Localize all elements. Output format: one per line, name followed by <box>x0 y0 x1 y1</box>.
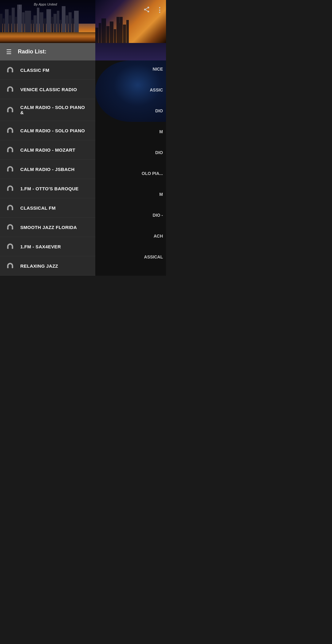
svg-rect-15 <box>7 170 8 171</box>
radio-list-item[interactable]: 1.FM - OTTO'S BAROQUE <box>0 179 95 198</box>
svg-rect-13 <box>7 150 8 152</box>
svg-rect-20 <box>12 208 13 210</box>
share-icon[interactable] <box>143 6 150 14</box>
radio-list-header: ☰ Radio List: <box>0 43 95 60</box>
station-name: RELAXING JAZZ <box>20 263 58 269</box>
radio-list-item[interactable]: CLASSICAL FM <box>0 198 95 218</box>
station-name: CALM RADIO - SOLO PIANO & <box>20 105 89 115</box>
headphone-icon <box>6 262 14 270</box>
right-panel-text: ASSICAL <box>144 254 163 259</box>
hero-banner: By Apps United ⋮ <box>0 0 166 43</box>
radio-list-title: Radio List: <box>18 48 46 55</box>
station-name: 1.FM - SAX4EVER <box>20 244 61 249</box>
right-panel-text: DIO - <box>153 213 163 218</box>
right-panel-text: NICE <box>153 67 163 72</box>
right-panel-text: M <box>159 192 163 197</box>
radio-list-item[interactable]: CLASSIC FM <box>0 60 95 80</box>
svg-rect-17 <box>7 189 8 191</box>
more-options-icon[interactable]: ⋮ <box>156 6 163 14</box>
radio-list-item[interactable]: 1.FM - SAX4EVER <box>0 237 95 256</box>
station-name: CLASSIC FM <box>20 68 49 73</box>
svg-rect-6 <box>12 71 13 72</box>
svg-rect-14 <box>12 150 13 152</box>
svg-line-4 <box>146 8 148 9</box>
svg-rect-7 <box>7 90 8 91</box>
station-name: CLASSICAL FM <box>20 205 56 211</box>
radio-list-item[interactable]: VENICE CLASSIC RADIO <box>0 80 95 99</box>
station-name: CALM RADIO - SOLO PIANO <box>20 128 85 133</box>
svg-rect-19 <box>7 208 8 210</box>
right-panel-text: OLO PIA... <box>142 171 163 176</box>
svg-rect-10 <box>12 111 13 112</box>
svg-point-1 <box>144 9 146 10</box>
station-name: SMOOTH JAZZ FLORIDA <box>20 225 77 230</box>
radio-list-item[interactable]: SMOOTH JAZZ FLORIDA <box>0 218 95 237</box>
svg-rect-11 <box>7 131 8 133</box>
radio-list-item[interactable]: CALM RADIO - MOZART <box>0 140 95 160</box>
radio-list-item[interactable]: CALM RADIO - JSBACH <box>0 160 95 179</box>
main-content: CLASSIC FM VENICE CLASSIC RADIO CALM RAD… <box>0 60 166 276</box>
svg-point-2 <box>148 11 149 12</box>
headphone-icon <box>6 106 14 114</box>
svg-rect-22 <box>12 228 13 229</box>
station-name: VENICE CLASSIC RADIO <box>20 87 77 92</box>
headphone-icon <box>6 165 14 173</box>
headphone-icon <box>6 85 14 93</box>
svg-rect-9 <box>7 111 8 112</box>
svg-point-0 <box>148 7 149 9</box>
station-name: CALM RADIO - JSBACH <box>20 167 75 172</box>
headphone-icon <box>6 146 14 154</box>
svg-line-3 <box>146 10 148 11</box>
right-panel-text: ASSIC <box>150 87 163 92</box>
station-name: 1.FM - OTTO'S BAROQUE <box>20 186 79 191</box>
svg-rect-24 <box>12 247 13 249</box>
right-panel: NICEASSICDIOMDIOOLO PIA...MDIO -ACHASSIC… <box>95 60 166 276</box>
svg-rect-8 <box>12 90 13 91</box>
toolbar-icons: ⋮ <box>143 6 163 14</box>
svg-rect-21 <box>7 228 8 229</box>
app-container: By Apps United ⋮ ☰ Radio List: <box>0 0 166 276</box>
svg-rect-5 <box>7 71 8 72</box>
headphone-icon <box>6 126 14 134</box>
svg-rect-26 <box>12 266 13 268</box>
svg-rect-12 <box>12 131 13 133</box>
radio-list: CLASSIC FM VENICE CLASSIC RADIO CALM RAD… <box>0 60 95 276</box>
app-attribution: By Apps United <box>34 2 57 6</box>
svg-rect-18 <box>12 189 13 191</box>
right-panel-text: M - <box>157 275 163 276</box>
radio-list-item[interactable]: CALM RADIO - SOLO PIANO & <box>0 99 95 121</box>
headphone-icon <box>6 223 14 231</box>
headphone-icon <box>6 242 14 250</box>
radio-list-item[interactable]: RELAXING JAZZ <box>0 256 95 276</box>
svg-rect-25 <box>7 266 8 268</box>
right-panel-text: ACH <box>154 234 163 239</box>
right-panel-text: DIO <box>155 108 163 113</box>
right-panel-text: DIO <box>155 150 163 155</box>
headphone-icon <box>6 204 14 212</box>
right-panel-text: M <box>159 129 163 134</box>
headphone-icon <box>6 66 14 74</box>
svg-rect-23 <box>7 247 8 249</box>
hamburger-menu-icon[interactable]: ☰ <box>6 49 12 55</box>
header-row: ☰ Radio List: <box>0 43 166 60</box>
station-name: CALM RADIO - MOZART <box>20 147 75 153</box>
radio-list-item[interactable]: CALM RADIO - SOLO PIANO <box>0 121 95 140</box>
svg-rect-16 <box>12 170 13 171</box>
headphone-icon <box>6 184 14 192</box>
